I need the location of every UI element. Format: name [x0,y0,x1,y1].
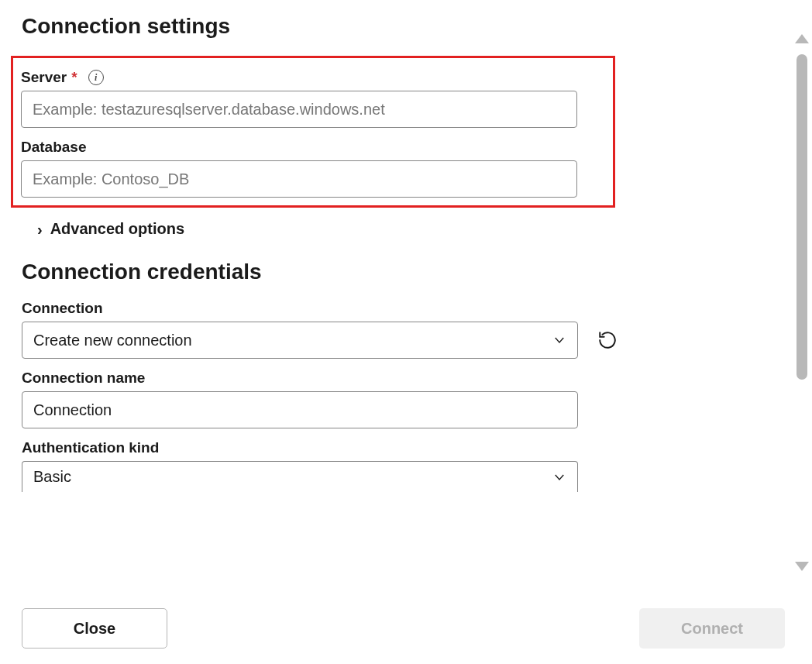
connection-name-label-text: Connection name [22,370,145,387]
scroll-up-arrow[interactable] [795,34,809,43]
connection-credentials-title: Connection credentials [22,260,773,284]
connect-button[interactable]: Connect [639,608,785,649]
connection-label-text: Connection [22,300,103,317]
scrollbar-thumb[interactable] [797,54,807,380]
scroll-down-arrow[interactable] [795,562,809,571]
auth-kind-value: Basic [33,468,71,486]
auth-kind-label-text: Authentication kind [22,439,159,456]
auth-kind-label: Authentication kind [22,439,773,456]
connection-select[interactable]: Create new connection [22,322,578,359]
chevron-down-icon [552,333,566,347]
chevron-down-icon [552,470,566,484]
chevron-right-icon: › [37,222,43,237]
close-button[interactable]: Close [22,608,167,649]
refresh-button[interactable] [597,329,618,351]
connection-name-label: Connection name [22,370,773,387]
connection-label: Connection [22,300,773,317]
scrollbar [795,34,807,571]
database-label-text: Database [21,139,87,156]
refresh-icon [597,330,618,350]
server-input[interactable] [21,91,577,128]
highlighted-settings-region: Server * i Database [11,56,615,208]
database-label: Database [21,139,605,156]
advanced-options-label: Advanced options [50,220,184,238]
info-icon[interactable]: i [88,70,104,85]
connection-name-input[interactable] [22,391,578,428]
required-indicator: * [71,69,77,86]
close-button-label: Close [74,620,115,638]
server-label-text: Server [21,69,67,86]
auth-kind-select[interactable]: Basic [22,461,578,492]
connect-button-label: Connect [681,620,743,638]
database-input[interactable] [21,160,577,198]
footer-bar: Close Connect [22,608,785,649]
server-label: Server * i [21,69,605,86]
connection-settings-title: Connection settings [22,14,773,39]
connection-select-value: Create new connection [33,332,192,349]
advanced-options-toggle[interactable]: › Advanced options [37,220,773,238]
